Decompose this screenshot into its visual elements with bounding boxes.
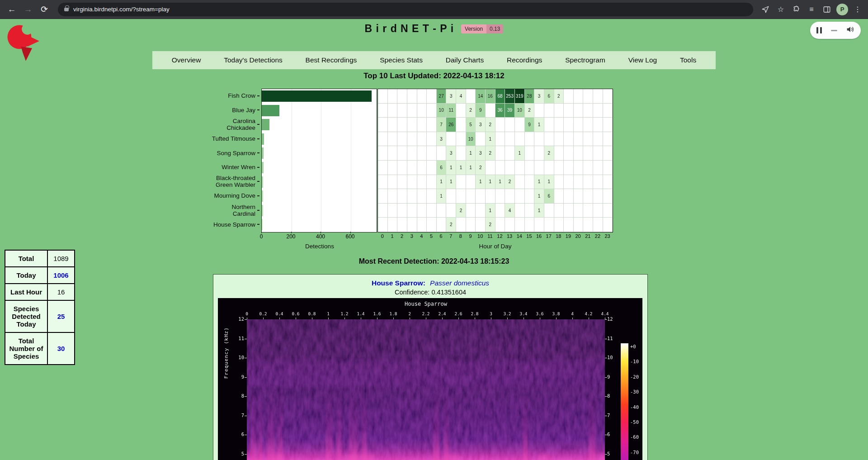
volume-icon[interactable] <box>846 26 854 35</box>
nav-item-best-recordings[interactable]: Best Recordings <box>302 54 361 66</box>
nav-item-overview[interactable]: Overview <box>168 54 205 66</box>
send-icon[interactable] <box>760 4 771 15</box>
heatmap-cell-fish-crow-h17: 6 <box>544 89 554 104</box>
stats-row-total-number-of-species: Total Number of Species30 <box>5 332 75 365</box>
heatmap-cell-winter-wren-h2 <box>397 161 407 175</box>
profile-avatar[interactable]: P <box>836 4 848 15</box>
spectrogram-energy-streak <box>258 389 263 460</box>
y-tick <box>257 138 259 139</box>
nav-item-spectrogram[interactable]: Spectrogram <box>561 54 609 66</box>
heatmap-cell-black-throated-green-warbler-h2 <box>397 175 407 190</box>
heatmap-cell-carolina-chickadee-h4 <box>417 118 427 132</box>
heatmap-cell-northern-cardinal-h17 <box>544 204 554 218</box>
hour-tick-label: 3 <box>407 233 417 239</box>
bookmark-star-icon[interactable]: ☆ <box>775 4 787 15</box>
heatmap-cell-winter-wren-h5 <box>427 161 437 175</box>
heatmap-cell-northern-cardinal-h4 <box>417 204 427 218</box>
heatmap-cell-carolina-chickadee-h5 <box>427 118 437 132</box>
heatmap-cell-blue-jay-h4 <box>417 104 427 118</box>
spectrogram-y-axis-label: Frequency (kHz) <box>223 327 229 379</box>
heatmap-cell-house-sparrow-h11: 2 <box>486 218 495 232</box>
species-scientific-name-link[interactable]: Passer domesticus <box>430 279 489 287</box>
browser-reload-button[interactable]: ⟳ <box>37 2 52 17</box>
side-panel-icon[interactable] <box>821 4 833 15</box>
heatmap-cell-song-sparrow-h8 <box>456 146 466 161</box>
species-row-house-sparrow: House Sparrow <box>0 217 259 232</box>
x-tick-mark <box>291 232 292 233</box>
heatmap-cell-winter-wren-h14 <box>515 161 525 175</box>
browser-menu-icon[interactable]: ⋮ <box>852 4 863 15</box>
heatmap-cell-tufted-titmouse-h6: 3 <box>437 132 447 147</box>
spectrogram-y-tick-left: 12 <box>234 316 244 322</box>
heatmap-cell-house-sparrow-h3 <box>407 218 417 232</box>
stats-value-species-detected-today[interactable]: 25 <box>47 300 75 332</box>
nav-item-daily-charts[interactable]: Daily Charts <box>442 54 487 66</box>
reading-list-icon[interactable]: ≡ <box>806 4 817 15</box>
heatmap-cell-tufted-titmouse-h12 <box>495 132 505 147</box>
heatmap-cell-carolina-chickadee-h3 <box>407 118 417 132</box>
species-label-fish-crow: Fish Crow <box>228 92 255 99</box>
heatmap-cell-song-sparrow-h21 <box>583 146 593 161</box>
spectrogram-x-tick: 1.8 <box>389 311 397 316</box>
stats-value-today[interactable]: 1006 <box>47 267 75 284</box>
heatmap-cell-blue-jay-h22 <box>593 104 603 118</box>
bar-fish-crow <box>262 90 372 102</box>
audio-timeline[interactable] <box>831 30 837 31</box>
version-value: 0.13 <box>486 24 503 33</box>
spectrogram-db-tick: +0 <box>630 344 642 349</box>
heatmap-cell-tufted-titmouse-h10 <box>476 132 486 147</box>
spectrogram-y-tick-mark <box>605 454 607 455</box>
browser-back-button[interactable]: ← <box>5 2 19 17</box>
nav-item-today-s-detections[interactable]: Today's Detections <box>220 54 286 66</box>
pause-button[interactable] <box>816 27 822 33</box>
nav-item-recordings[interactable]: Recordings <box>503 54 546 66</box>
hour-tick-label: 5 <box>426 233 436 239</box>
heatmap-cell-carolina-chickadee-h11: 2 <box>486 118 495 132</box>
heatmap-cell-fish-crow-h16: 3 <box>534 89 544 104</box>
bar-northern-cardinal <box>262 205 263 216</box>
heatmap-cell-house-sparrow-h8 <box>456 218 466 232</box>
heatmap-cell-fish-crow-h12: 68 <box>495 89 505 104</box>
heatmap-cell-winter-wren-h1 <box>388 161 398 175</box>
hour-tick-label: 19 <box>563 233 573 239</box>
y-tick <box>257 109 259 110</box>
nav-item-tools[interactable]: Tools <box>676 54 700 66</box>
heatmap-cell-black-throated-green-warbler-h21 <box>583 175 593 190</box>
heatmap-cell-song-sparrow-h13 <box>505 146 515 161</box>
heatmap-cell-northern-cardinal-h13: 4 <box>505 204 515 218</box>
browser-forward-button[interactable]: → <box>21 2 35 17</box>
heatmap-cell-northern-cardinal-h22 <box>593 204 603 218</box>
nav-item-species-stats[interactable]: Species Stats <box>376 54 426 66</box>
heatmap-cell-tufted-titmouse-h17 <box>544 132 554 147</box>
heatmap-cell-northern-cardinal-h1 <box>388 204 398 218</box>
heatmap-cell-carolina-chickadee-h0 <box>378 118 388 132</box>
heatmap-cell-winter-wren-h11 <box>486 161 495 175</box>
heatmap-cell-winter-wren-h0 <box>378 161 388 175</box>
heatmap-cell-song-sparrow-h6 <box>437 146 447 161</box>
heatmap-cell-mourning-dove-h3 <box>407 189 417 204</box>
species-common-name-link[interactable]: House Sparrow: <box>372 279 425 287</box>
extensions-puzzle-icon[interactable] <box>790 4 802 15</box>
heatmap-cell-carolina-chickadee-h1 <box>388 118 398 132</box>
heatmap-cell-blue-jay-h21 <box>583 104 593 118</box>
species-label-mourning-dove: Mourning Dove <box>214 192 255 199</box>
heatmap-cell-song-sparrow-h22 <box>593 146 603 161</box>
hour-tick-label: 16 <box>534 233 544 239</box>
address-bar[interactable]: virginia.birdnetpi.com/?stream=play <box>58 3 753 16</box>
recent-detection-panel: House Sparrow: Passer domesticus Confide… <box>213 274 648 460</box>
spectrogram-db-tick: -60 <box>630 434 642 440</box>
heatmap-cell-fish-crow-h14: 319 <box>515 89 525 104</box>
heatmap-cell-house-sparrow-h19 <box>564 218 574 232</box>
species-row-fish-crow: Fish Crow <box>0 89 259 103</box>
heatmap-cell-blue-jay-h19 <box>564 104 574 118</box>
heatmap-cell-black-throated-green-warbler-h8 <box>456 175 466 190</box>
heatmap-cell-song-sparrow-h1 <box>388 146 398 161</box>
spectrogram-db-tick: -50 <box>630 419 642 425</box>
hour-tick-label: 14 <box>514 233 524 239</box>
stats-row-today: Today1006 <box>5 267 75 284</box>
stats-value-total-number-of-species[interactable]: 30 <box>47 332 75 365</box>
species-axis-labels: Fish CrowBlue JayCarolina ChickadeeTufte… <box>0 89 259 232</box>
nav-item-view-log[interactable]: View Log <box>625 54 660 66</box>
spectrogram-energy-streak <box>326 389 333 460</box>
y-tick <box>257 124 259 125</box>
